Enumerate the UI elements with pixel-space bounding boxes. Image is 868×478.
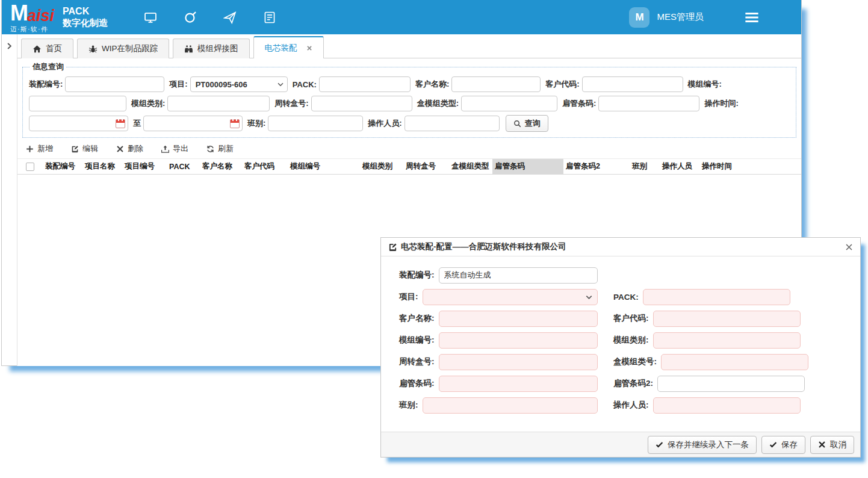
- customer-name-input[interactable]: [451, 76, 541, 92]
- filter-row-3: 至 班别: 操作人员: 查询: [29, 115, 790, 132]
- calendar-icon[interactable]: [116, 119, 125, 128]
- customer-code-input[interactable]: [582, 76, 683, 92]
- calendar-icon[interactable]: [230, 119, 240, 128]
- op-time-label: 操作时间:: [704, 98, 738, 109]
- dialog-footer: 保存并继续录入下一条 保存 取消: [381, 432, 860, 457]
- project-select[interactable]: PT000095-606: [190, 76, 288, 92]
- bug-icon: [88, 45, 98, 54]
- project-label: 项目:: [399, 291, 418, 302]
- tab-bar: 首页 WIP在制品跟踪 模组焊接图 电芯装配: [17, 34, 801, 58]
- module-no-input[interactable]: [439, 332, 598, 349]
- chevron-down-icon: [276, 80, 285, 88]
- assembly-no-input[interactable]: [439, 267, 598, 284]
- date-to-field: [143, 116, 243, 131]
- expand-sidebar-icon[interactable]: [5, 42, 13, 50]
- tube-barcode-input[interactable]: [439, 376, 598, 392]
- tube-barcode2-input[interactable]: [657, 376, 805, 392]
- tube-barcode-label: 扁管条码:: [399, 378, 435, 389]
- refresh-button[interactable]: 刷新: [206, 143, 234, 154]
- refresh-icon: [206, 145, 214, 153]
- chevron-down-icon: [584, 293, 594, 302]
- customer-code-input[interactable]: [653, 311, 801, 327]
- col-customer-code[interactable]: 客户代码: [242, 161, 288, 172]
- box-module-type-input[interactable]: [461, 96, 557, 111]
- x-icon: [116, 145, 124, 153]
- pack-input[interactable]: [643, 289, 790, 305]
- box-module-no-input[interactable]: [661, 354, 808, 370]
- top-bar: Maisi 迈·斯·软·件 PACK 数字化制造 M MES管理员: [2, 0, 801, 34]
- dialog-body: 装配编号: 项目: PACK: 客户名称:: [381, 256, 860, 432]
- user-name: MES管理员: [657, 11, 704, 23]
- module-type-input[interactable]: [167, 96, 270, 111]
- box-module-no-label: 盒模组类号:: [613, 356, 657, 367]
- tube-barcode-input[interactable]: [598, 96, 699, 111]
- col-op-time[interactable]: 操作时间: [699, 161, 748, 172]
- box-no-input[interactable]: [311, 96, 412, 111]
- plus-icon: [26, 145, 34, 153]
- date-to-label: 至: [133, 118, 141, 129]
- col-shift[interactable]: 班别: [630, 161, 660, 172]
- edit-button[interactable]: 编辑: [71, 143, 98, 154]
- col-operator[interactable]: 操作人员: [660, 161, 699, 172]
- col-pack[interactable]: PACK: [167, 163, 200, 171]
- col-assembly-no[interactable]: 装配编号: [43, 161, 82, 172]
- tab-module-weld-map[interactable]: 模组焊接图: [173, 39, 250, 58]
- col-project-name[interactable]: 项目名称: [82, 161, 122, 172]
- table-header-row: 装配编号 项目名称 项目编号 PACK 客户名称 客户代码 模组编号 模组类别 …: [17, 158, 801, 175]
- cancel-button[interactable]: 取消: [810, 436, 854, 454]
- col-customer-name[interactable]: 客户名称: [200, 161, 242, 172]
- save-button[interactable]: 保存: [761, 436, 805, 454]
- dialog-title: 电芯装配-配置——合肥迈斯软件科技有限公司: [401, 241, 566, 252]
- module-type-label: 模组类别:: [613, 335, 649, 346]
- sync-icon[interactable]: [184, 11, 197, 24]
- operator-label: 操作人员:: [613, 400, 649, 411]
- delete-button[interactable]: 删除: [116, 143, 143, 154]
- screenshot-stage: Maisi 迈·斯·软·件 PACK 数字化制造 M MES管理员: [0, 0, 868, 478]
- logo-subtitle: 迈·斯·软·件: [10, 26, 54, 33]
- module-no-input[interactable]: [29, 96, 126, 111]
- col-module-type[interactable]: 模组类别: [360, 161, 403, 172]
- tab-wip-tracking[interactable]: WIP在制品跟踪: [77, 39, 169, 58]
- search-button[interactable]: 查询: [506, 115, 548, 132]
- avatar[interactable]: M: [629, 7, 649, 28]
- pack-input[interactable]: [319, 76, 411, 92]
- operator-input[interactable]: [653, 397, 801, 414]
- search-icon: [513, 120, 521, 128]
- module-no-label: 模组编号:: [688, 79, 722, 90]
- module-type-input[interactable]: [653, 332, 801, 349]
- col-project-no[interactable]: 项目编号: [122, 161, 167, 172]
- assembly-no-input[interactable]: [65, 76, 164, 92]
- shift-input[interactable]: [268, 116, 363, 131]
- select-all-checkbox[interactable]: [26, 163, 34, 171]
- box-no-input[interactable]: [439, 354, 598, 370]
- export-button[interactable]: 导出: [161, 143, 188, 154]
- send-icon[interactable]: [223, 11, 237, 24]
- col-tube-barcode2[interactable]: 扁管条码2: [563, 161, 630, 172]
- filter-panel: 信息查询 装配编号: 项目: PT000095-606 PACK: 客户名: [22, 61, 796, 138]
- date-to-input[interactable]: [143, 116, 243, 131]
- tab-cell-assembly[interactable]: 电芯装配: [253, 36, 324, 58]
- check-icon: [769, 441, 777, 449]
- dialog-title-bar[interactable]: 电芯装配-配置——合肥迈斯软件科技有限公司: [381, 238, 860, 256]
- add-button[interactable]: 新增: [26, 143, 53, 154]
- col-box-module-type[interactable]: 盒模组类型: [449, 161, 492, 172]
- shift-input[interactable]: [423, 397, 598, 414]
- x-icon: [818, 441, 826, 449]
- hamburger-menu-icon[interactable]: [744, 11, 760, 23]
- book-icon[interactable]: [263, 11, 276, 24]
- monitor-icon[interactable]: [144, 11, 157, 24]
- col-module-no[interactable]: 模组编号: [288, 161, 360, 172]
- col-box-no[interactable]: 周转盒号: [403, 161, 449, 172]
- tab-home[interactable]: 首页: [21, 39, 73, 58]
- close-tab-icon[interactable]: [306, 45, 312, 51]
- operator-input[interactable]: [405, 116, 500, 131]
- close-icon[interactable]: [845, 243, 853, 251]
- project-label: 项目:: [169, 79, 187, 90]
- save-and-continue-button[interactable]: 保存并继续录入下一条: [648, 436, 757, 454]
- home-icon: [33, 45, 42, 54]
- logo-letter-m: M: [10, 2, 27, 24]
- date-from-input[interactable]: [29, 116, 128, 131]
- col-tube-barcode[interactable]: 扁管条码: [492, 159, 563, 174]
- project-select[interactable]: [423, 289, 598, 305]
- customer-name-input[interactable]: [439, 311, 598, 327]
